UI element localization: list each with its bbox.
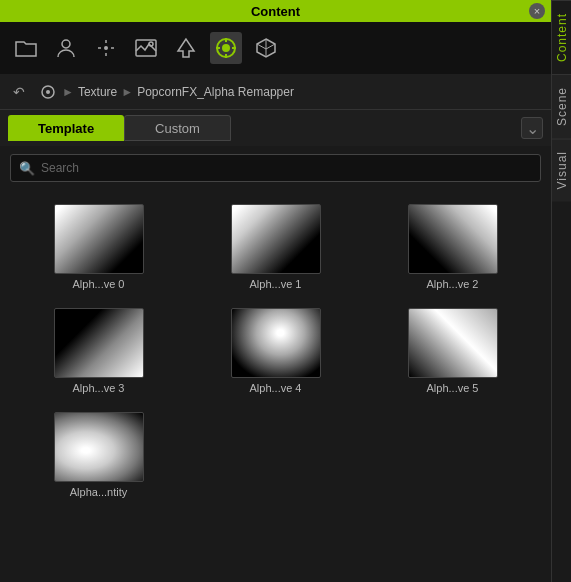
- breadcrumb: ↶ ► Texture ► PopcornFX_Alpha Remapper: [0, 74, 551, 110]
- svg-point-15: [46, 90, 50, 94]
- grid-item[interactable]: Alph...ve 1: [192, 200, 359, 294]
- thumb-label: Alph...ve 0: [73, 278, 125, 290]
- thumb-label: Alph...ve 1: [250, 278, 302, 290]
- person-icon[interactable]: [50, 32, 82, 64]
- toolbar: [0, 22, 551, 74]
- grid-item[interactable]: Alph...ve 0: [15, 200, 182, 294]
- sidebar-tab-content[interactable]: Content: [552, 0, 571, 74]
- tab-template[interactable]: Template: [8, 115, 124, 141]
- window-title: Content: [251, 4, 300, 19]
- thumbnail: [408, 308, 498, 378]
- svg-point-9: [222, 44, 230, 52]
- close-button[interactable]: ×: [529, 3, 545, 19]
- svg-point-7: [149, 42, 153, 46]
- thumb-label: Alpha...ntity: [70, 486, 127, 498]
- content-grid: Alph...ve 0Alph...ve 1Alph...ve 2Alph...…: [0, 190, 551, 582]
- thumbnail: [54, 308, 144, 378]
- svg-point-1: [104, 46, 108, 50]
- thumb-label: Alph...ve 3: [73, 382, 125, 394]
- box-icon[interactable]: [250, 32, 282, 64]
- tab-custom[interactable]: Custom: [124, 115, 231, 141]
- grid-item[interactable]: Alph...ve 4: [192, 304, 359, 398]
- search-input[interactable]: [41, 161, 532, 175]
- svg-point-0: [62, 40, 70, 48]
- folder-icon[interactable]: [10, 32, 42, 64]
- right-sidebar: Content Scene Visual: [551, 0, 571, 582]
- back-button[interactable]: ↶: [8, 81, 30, 103]
- home-button[interactable]: [38, 82, 58, 102]
- sidebar-tab-visual[interactable]: Visual: [552, 138, 571, 201]
- effects-icon[interactable]: [210, 32, 242, 64]
- thumbnail: [408, 204, 498, 274]
- search-icon: 🔍: [19, 161, 35, 176]
- thumbnail: [54, 412, 144, 482]
- tab-dropdown-button[interactable]: ⌄: [521, 117, 543, 139]
- thumbnail: [231, 308, 321, 378]
- thumb-label: Alph...ve 5: [427, 382, 479, 394]
- thumbnail: [54, 204, 144, 274]
- breadcrumb-alpha-remapper[interactable]: PopcornFX_Alpha Remapper: [137, 85, 294, 99]
- breadcrumb-arrow-2: ►: [121, 85, 133, 99]
- grid-item[interactable]: Alph...ve 5: [369, 304, 536, 398]
- search-bar: 🔍: [0, 146, 551, 190]
- thumb-label: Alph...ve 4: [250, 382, 302, 394]
- thumb-label: Alph...ve 2: [427, 278, 479, 290]
- tab-bar: Template Custom ⌄: [0, 110, 551, 146]
- grid-item[interactable]: Alph...ve 3: [15, 304, 182, 398]
- breadcrumb-arrow-1: ►: [62, 85, 74, 99]
- title-bar: Content ×: [0, 0, 551, 22]
- grid-item[interactable]: Alph...ve 2: [369, 200, 536, 294]
- tree-icon[interactable]: [170, 32, 202, 64]
- search-wrapper: 🔍: [10, 154, 541, 182]
- thumbnail: [231, 204, 321, 274]
- grid-item[interactable]: Alpha...ntity: [15, 408, 182, 502]
- sidebar-tab-scene[interactable]: Scene: [552, 74, 571, 138]
- animation-icon[interactable]: [90, 32, 122, 64]
- main-panel: Content ×: [0, 0, 551, 582]
- breadcrumb-texture[interactable]: Texture: [78, 85, 117, 99]
- landscape-icon[interactable]: [130, 32, 162, 64]
